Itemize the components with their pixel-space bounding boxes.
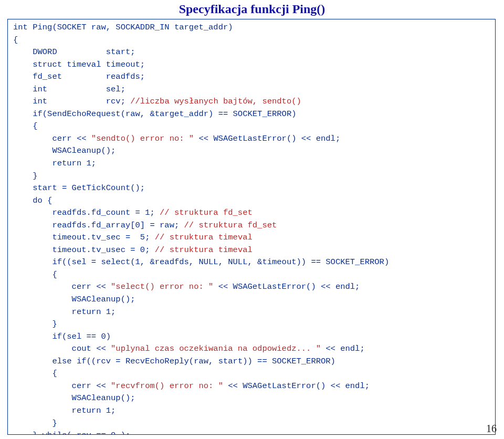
code-listing: int Ping(SOCKET raw, SOCKADDR_IN target_… bbox=[7, 19, 496, 435]
code-text: } bbox=[13, 419, 57, 428]
code-text: WSACleanup(); bbox=[13, 146, 116, 155]
code-kw: if bbox=[13, 109, 43, 119]
code-text: } bbox=[13, 431, 43, 435]
code-comment: // struktura timeval bbox=[155, 233, 253, 242]
code-text: (sel == 0) bbox=[62, 332, 111, 341]
code-text: (SendEchoRequest(raw, &target_addr) == S… bbox=[43, 109, 297, 119]
code-kw: do bbox=[13, 196, 43, 205]
code-string: "select() error no: " bbox=[111, 282, 213, 291]
code-kw: else if bbox=[13, 357, 87, 366]
code-text: rcv; bbox=[47, 97, 130, 106]
code-text: ( rcv == 0 ); bbox=[67, 431, 130, 435]
code-text: { bbox=[43, 196, 52, 205]
code-text: { bbox=[13, 121, 38, 131]
code-text: Ping(SOCKET raw, SOCKADDR_IN target_addr… bbox=[28, 23, 233, 32]
code-text: { bbox=[13, 270, 57, 279]
code-comment: // struktura fd_set bbox=[184, 221, 277, 230]
code-kw: struct timeval bbox=[13, 60, 101, 69]
code-text: readfds.fd_count = 1; bbox=[13, 208, 160, 217]
code-kw: int bbox=[13, 85, 47, 94]
code-text: readfds.fd_array[0] = raw; bbox=[13, 221, 184, 230]
code-kw: return bbox=[13, 406, 101, 415]
code-text: } bbox=[13, 171, 38, 181]
code-text: 1; bbox=[101, 307, 116, 317]
code-text: timeout.tv_usec = 0; bbox=[13, 245, 155, 255]
page-title: Specyfikacja funkcji Ping() bbox=[0, 2, 504, 16]
code-text: << WSAGetLastError() << endl; bbox=[223, 381, 370, 391]
page-number: 16 bbox=[486, 423, 497, 435]
code-comment: // struktura timeval bbox=[155, 245, 253, 255]
code-text: sel; bbox=[47, 85, 125, 94]
code-kw: return bbox=[13, 159, 81, 168]
code-string: "uplynal czas oczekiwania na odpowiedz..… bbox=[111, 344, 321, 353]
code-text: timeout.tv_sec = 5; bbox=[13, 233, 155, 242]
code-text: { bbox=[13, 35, 18, 45]
code-text: WSACleanup(); bbox=[13, 295, 135, 304]
code-string: "recvfrom() error no: " bbox=[111, 381, 223, 391]
code-text: cerr << bbox=[13, 134, 91, 143]
code-text: << endl; bbox=[321, 344, 365, 353]
code-text: cerr << bbox=[13, 381, 111, 391]
code-text: 1; bbox=[101, 406, 116, 415]
code-kw: int bbox=[13, 23, 28, 32]
code-text: << WSAGetLastError() << endl; bbox=[194, 134, 340, 143]
code-text: ((sel = select(1, &readfds, NULL, NULL, … bbox=[62, 257, 389, 267]
code-kw: while bbox=[43, 431, 67, 435]
code-comment: //liczba wysłanych bajtów, sendto() bbox=[130, 97, 301, 106]
code-text: WSACleanup(); bbox=[13, 393, 135, 403]
code-text: cerr << bbox=[13, 282, 111, 291]
code-comment: // struktura fd_set bbox=[160, 208, 253, 217]
code-kw: if bbox=[13, 257, 62, 267]
code-text: timeout; bbox=[101, 60, 145, 69]
code-string: "sendto() error no: " bbox=[91, 134, 194, 143]
code-kw: if bbox=[13, 332, 62, 341]
code-text: { bbox=[13, 369, 57, 378]
code-text: fd_set readfds; bbox=[13, 72, 145, 81]
code-text: } bbox=[13, 319, 57, 329]
code-text: DWORD start; bbox=[13, 47, 135, 57]
code-kw: return bbox=[13, 307, 101, 317]
code-text: cout << bbox=[13, 344, 111, 353]
code-text: ((rcv = RecvEchoReply(raw, start)) == SO… bbox=[87, 357, 335, 366]
code-text: start = GetTickCount(); bbox=[13, 183, 145, 193]
code-text: 1; bbox=[81, 159, 96, 168]
code-text: << WSAGetLastError() << endl; bbox=[213, 282, 360, 291]
page: Specyfikacja funkcji Ping() int Ping(SOC… bbox=[0, 0, 504, 439]
code-kw: int bbox=[13, 97, 47, 106]
